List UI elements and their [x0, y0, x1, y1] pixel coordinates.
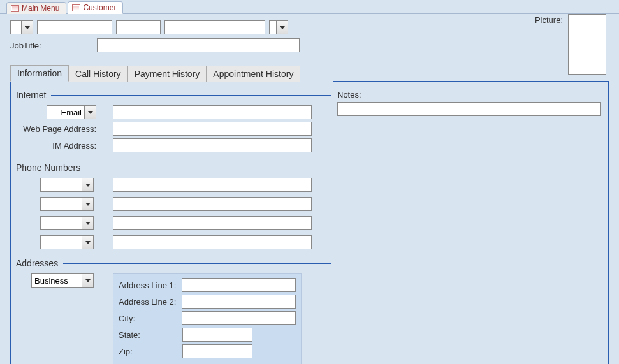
addr-zip-input[interactable]	[182, 344, 252, 358]
suffix-input[interactable]	[269, 20, 277, 34]
phone-number-input-3[interactable]	[113, 216, 312, 230]
web-label: Web Page Address:	[18, 124, 100, 134]
tab-main-menu[interactable]: Main Menu	[6, 2, 66, 14]
phone-group-label: Phone Numbers	[16, 163, 80, 173]
picture-label: Picture:	[535, 14, 563, 25]
address-type-dropdown-button[interactable]	[82, 273, 94, 288]
addr-state-row: State:	[119, 328, 296, 342]
chevron-down-icon	[280, 26, 285, 29]
phone-type-combo-4[interactable]	[40, 235, 94, 249]
phone-type-input-2[interactable]	[40, 197, 82, 211]
phone-number-input-1[interactable]	[113, 178, 312, 192]
address-type-combo[interactable]	[31, 273, 94, 288]
addr-zip-row: Zip:	[119, 344, 296, 358]
addr-city-input[interactable]	[182, 311, 296, 325]
address-panel: Address Line 1: Address Line 2: City:	[113, 273, 302, 364]
sub-tab-bar: Information Call History Payment History…	[10, 65, 609, 82]
phone-type-combo-3[interactable]	[40, 216, 94, 230]
im-row: IM Address:	[18, 138, 331, 152]
notes-input[interactable]	[337, 102, 601, 116]
phone-type-dropdown-4[interactable]	[82, 235, 94, 249]
divider-line	[85, 168, 331, 168]
tab-information[interactable]: Information	[10, 65, 69, 82]
addr-line2-label: Address Line 2:	[119, 297, 182, 307]
web-input[interactable]	[113, 122, 312, 136]
phone-type-combo-1[interactable]	[40, 178, 94, 192]
phone-row-1	[18, 178, 331, 192]
tab-payment-history[interactable]: Payment History	[127, 66, 207, 82]
right-column: Notes:	[337, 90, 601, 364]
tab-customer[interactable]: Customer	[68, 1, 123, 14]
first-name-input[interactable]	[37, 20, 112, 34]
jobtitle-input[interactable]	[97, 38, 300, 52]
chevron-down-icon	[25, 26, 30, 29]
addr-line1-row: Address Line 1:	[119, 278, 296, 292]
left-column: Internet Web Page Address:	[18, 90, 331, 364]
picture-box[interactable]	[568, 14, 606, 75]
email-row	[18, 105, 331, 119]
divider-line	[63, 263, 331, 264]
name-row	[10, 20, 609, 34]
chevron-down-icon	[85, 241, 91, 244]
suffix-dropdown-button[interactable]	[277, 20, 288, 34]
tab-customer-label: Customer	[83, 3, 116, 12]
address-type-input[interactable]	[31, 273, 82, 288]
phone-type-input-1[interactable]	[40, 178, 82, 192]
phone-type-dropdown-3[interactable]	[82, 216, 94, 230]
chevron-down-icon	[85, 222, 91, 225]
sub-tab-control: Information Call History Payment History…	[10, 65, 609, 364]
top-tab-bar: Main Menu Customer	[0, 0, 619, 14]
prefix-input[interactable]	[10, 20, 22, 34]
addresses-group-header: Addresses	[16, 258, 331, 268]
last-name-input[interactable]	[164, 20, 265, 34]
addr-line2-input[interactable]	[182, 295, 296, 309]
addresses-group-label: Addresses	[16, 258, 58, 268]
chevron-down-icon	[85, 203, 91, 206]
chevron-down-icon	[88, 111, 93, 114]
addr-state-label: State:	[119, 330, 182, 340]
notes-label: Notes:	[337, 90, 601, 99]
form-icon	[11, 5, 19, 12]
divider-line	[51, 95, 331, 96]
email-type-input[interactable]	[47, 105, 85, 119]
phone-row-2	[18, 197, 331, 211]
email-type-dropdown-button[interactable]	[85, 105, 96, 119]
phone-type-input-4[interactable]	[40, 235, 82, 249]
im-input[interactable]	[113, 138, 312, 152]
web-row: Web Page Address:	[18, 122, 331, 136]
phone-type-combo-2[interactable]	[40, 197, 94, 211]
customer-form: Picture: JobTitle: Information Call Hist…	[0, 14, 619, 364]
jobtitle-label: JobTitle:	[10, 41, 42, 50]
phone-row-4	[18, 235, 331, 249]
phone-group-header: Phone Numbers	[16, 163, 331, 173]
jobtitle-row: JobTitle:	[10, 38, 609, 52]
phone-number-input-4[interactable]	[113, 235, 312, 249]
prefix-dropdown-button[interactable]	[22, 20, 33, 34]
picture-block: Picture:	[535, 14, 606, 75]
suffix-combo[interactable]	[269, 20, 288, 34]
addr-line1-label: Address Line 1:	[119, 280, 182, 290]
chevron-down-icon	[85, 184, 91, 187]
addr-line2-row: Address Line 2:	[119, 295, 296, 309]
tab-appointment-history[interactable]: Appointment History	[206, 66, 300, 82]
phone-block	[18, 178, 331, 249]
phone-type-dropdown-2[interactable]	[82, 197, 94, 211]
addr-state-input[interactable]	[182, 328, 252, 342]
chevron-down-icon	[85, 279, 91, 282]
form-icon	[72, 4, 80, 11]
tab-main-menu-label: Main Menu	[22, 4, 59, 13]
addr-city-row: City:	[119, 311, 296, 325]
phone-row-3	[18, 216, 331, 230]
information-page: Internet Web Page Address:	[10, 82, 609, 364]
prefix-combo[interactable]	[10, 20, 33, 34]
im-label: IM Address:	[18, 141, 100, 150]
phone-number-input-2[interactable]	[113, 197, 312, 211]
tab-call-history[interactable]: Call History	[68, 66, 128, 82]
phone-type-input-3[interactable]	[40, 216, 82, 230]
internet-group-header: Internet	[16, 90, 331, 100]
email-type-combo[interactable]	[47, 105, 96, 119]
phone-type-dropdown-1[interactable]	[82, 178, 94, 192]
email-input[interactable]	[113, 105, 312, 119]
addr-line1-input[interactable]	[182, 278, 296, 292]
middle-name-input[interactable]	[116, 20, 161, 34]
